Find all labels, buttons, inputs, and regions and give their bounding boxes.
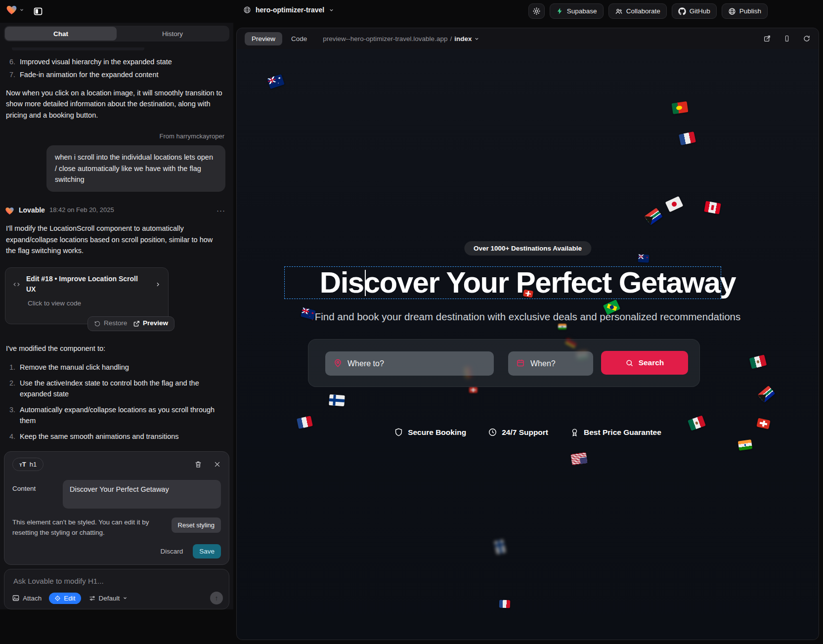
flag-fr-icon [297,416,313,429]
open-new-window-icon[interactable] [763,35,771,43]
reset-styling-button[interactable]: Reset styling [172,517,221,533]
sliders-icon [88,595,96,602]
preview-url[interactable]: preview--hero-optimizer-travel.lovable.a… [323,35,479,43]
collaborate-people-icon [615,7,623,15]
lovable-logo-menu[interactable] [6,4,24,15]
mobile-icon[interactable] [783,35,790,43]
chevron-down-icon [19,7,24,12]
search-button[interactable]: Search [601,351,688,375]
globe-icon [243,6,251,14]
github-button[interactable]: GitHub [672,3,717,19]
typography-icon: TT [19,461,26,468]
chat-scroll-area[interactable]: 6. Improved visual hierarchy in the expa… [0,42,233,448]
calendar-icon [516,358,525,367]
list-item: 3.Automatically expand/collapse location… [5,404,225,427]
tab-preview[interactable]: Preview [245,32,282,45]
supabase-label: Supabase [567,7,597,15]
list-number: 2. [5,378,20,400]
flag-fi-icon [329,394,345,406]
edit-label: Edit [64,595,75,602]
model-default-selector[interactable]: Default [88,595,128,602]
chevron-down-icon [474,36,479,42]
close-icon[interactable] [214,461,221,468]
github-icon [678,7,686,15]
search-panel: Search [308,339,700,387]
element-editor-panel: TT h1 Content Discover Your Perfect Geta… [4,451,229,565]
flag-in-icon [738,439,752,451]
clock-icon [488,428,497,437]
preview-version-button[interactable]: Preview [133,318,168,329]
discard-button[interactable]: Discard [160,548,183,555]
tab-code[interactable]: Code [291,35,307,43]
search-icon [625,359,634,367]
restore-label: Restore [104,318,127,329]
lovable-heart-icon [5,206,14,215]
site-heading[interactable]: Discover Your Perfect Getaway [237,267,819,299]
edit-version-card[interactable]: Edit #18 • Improve Location Scroll UX Cl… [5,267,169,324]
assistant-paragraph: Now when you click on a location image, … [6,87,224,121]
refresh-icon[interactable] [803,35,811,43]
where-to-input[interactable] [325,351,494,376]
supabase-bolt-icon [556,7,563,15]
flag-za-icon [644,208,662,225]
flag-us-icon [571,452,588,465]
flag-fr-icon [679,131,696,145]
award-icon [570,428,579,437]
editor-panel-actions [194,460,221,469]
save-button[interactable]: Save [193,544,221,558]
attach-button[interactable]: Attach [12,594,42,602]
publish-button[interactable]: Publish [722,3,768,19]
flag-in-icon [558,324,566,330]
restore-button[interactable]: Restore [94,318,127,329]
restore-icon [94,320,101,327]
github-label: GitHub [690,7,710,15]
list-item: 7. Fade-in animation for the expanded co… [5,69,225,80]
list-text: Improved visual hierarchy in the expande… [20,56,225,67]
message-menu-button[interactable]: ··· [217,205,225,216]
gear-icon [532,7,541,15]
url-base: preview--hero-optimizer-travel.lovable.a… [323,35,447,43]
collaborate-label: Collaborate [626,7,660,15]
edit-mode-button[interactable]: Edit [49,593,81,604]
topbar-actions: Supabase Collaborate GitHub Publish [528,3,768,19]
list-item: 1.Remove the manual click handling [5,362,225,373]
project-name: hero-optimizer-travel [256,6,324,14]
flag-jp-icon [665,196,683,213]
sidebar-tabs: Chat History [4,26,229,42]
styling-note-row: This element can't be styled. You can ed… [12,517,221,538]
sidebar-toggle-button[interactable] [31,4,45,19]
flag-au-icon [267,74,284,89]
composer-controls: Attach Edit Default ↑ [12,592,223,604]
truncated-message [12,47,144,50]
tab-chat[interactable]: Chat [5,27,117,41]
sidebar-toggle-icon [33,6,43,16]
destinations-badge: Over 1000+ Destinations Available [464,241,591,256]
list-number: 4. [5,431,20,442]
attach-label: Attach [23,595,42,602]
edit-target-icon [54,595,61,601]
user-message-bubble: when i scroll into the individual locati… [46,145,225,191]
trash-icon[interactable] [194,460,202,469]
send-button[interactable]: ↑ [210,592,223,604]
editor-panel-header: TT h1 [12,458,221,471]
composer-input[interactable] [12,576,221,588]
list-number: 3. [5,404,20,427]
publish-globe-icon [728,7,736,15]
settings-button[interactable] [528,3,545,19]
url-page: index [454,35,472,43]
feature-label: Secure Booking [408,428,466,437]
shield-icon [394,428,403,437]
edit-card-header: Edit #18 • Improve Location Scroll UX [12,274,161,295]
collaborate-button[interactable]: Collaborate [608,3,667,19]
tab-history[interactable]: History [117,27,228,41]
project-switcher[interactable]: hero-optimizer-travel [243,6,334,14]
h1-content-input[interactable]: Discover Your Perfect Getaway [63,480,221,509]
supabase-button[interactable]: Supabase [550,3,604,19]
feature-secure-booking: Secure Booking [394,428,466,437]
flag-ca-icon [704,201,721,214]
assistant-paragraph: I'll modify the LocationScroll component… [6,223,224,256]
content-label: Content [12,480,63,509]
list-text: Use the activeIndex state to control bot… [20,378,225,400]
list-item: 2.Use the activeIndex state to control b… [5,378,225,400]
list-item: 4.Keep the same smooth animations and tr… [5,431,225,442]
